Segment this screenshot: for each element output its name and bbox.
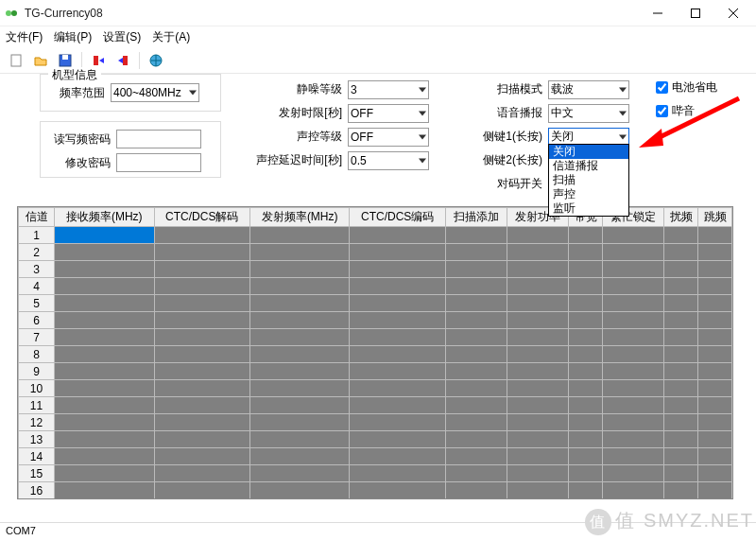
grid-cell[interactable]: [603, 295, 664, 312]
grid-cell[interactable]: [249, 295, 350, 312]
row-header[interactable]: 14: [19, 448, 55, 465]
grid-cell[interactable]: [154, 329, 249, 346]
grid-cell[interactable]: [55, 227, 155, 244]
grid-cell[interactable]: [350, 397, 445, 414]
grid-cell[interactable]: [664, 397, 698, 414]
grid-cell[interactable]: [603, 329, 664, 346]
grid-cell[interactable]: [507, 397, 569, 414]
grid-cell[interactable]: [569, 329, 603, 346]
grid-cell[interactable]: [569, 261, 603, 278]
table-row[interactable]: 7: [19, 329, 732, 346]
grid-cell[interactable]: [249, 465, 350, 482]
vox-select[interactable]: [348, 128, 429, 147]
grid-cell[interactable]: [350, 448, 445, 465]
grid-cell[interactable]: [664, 448, 698, 465]
column-header[interactable]: 扫描添加: [445, 208, 507, 227]
row-header[interactable]: 7: [19, 329, 55, 346]
table-row[interactable]: 1: [19, 227, 732, 244]
table-row[interactable]: 12: [19, 414, 732, 431]
grid-cell[interactable]: [350, 346, 445, 363]
grid-cell[interactable]: [154, 414, 249, 431]
grid-cell[interactable]: [154, 363, 249, 380]
column-header[interactable]: 信道: [19, 208, 55, 227]
grid-cell[interactable]: [664, 414, 698, 431]
grid-cell[interactable]: [249, 278, 350, 295]
table-row[interactable]: 3: [19, 261, 732, 278]
grid-cell[interactable]: [664, 431, 698, 448]
dropdown-option[interactable]: 扫描: [549, 173, 628, 187]
grid-cell[interactable]: [664, 346, 698, 363]
grid-cell[interactable]: [154, 295, 249, 312]
grid-cell[interactable]: [154, 397, 249, 414]
grid-cell[interactable]: [569, 295, 603, 312]
grid-cell[interactable]: [445, 397, 507, 414]
menu-edit[interactable]: 编辑(P): [54, 29, 92, 45]
grid-cell[interactable]: [445, 414, 507, 431]
voxdelay-select[interactable]: [348, 151, 429, 170]
channel-grid[interactable]: 信道接收频率(MHz)CTC/DCS解码发射频率(MHz)CTC/DCS编码扫描…: [17, 206, 733, 499]
table-row[interactable]: 11: [19, 397, 732, 414]
grid-cell[interactable]: [698, 482, 732, 499]
grid-cell[interactable]: [55, 329, 155, 346]
grid-cell[interactable]: [507, 329, 569, 346]
grid-cell[interactable]: [350, 261, 445, 278]
grid-cell[interactable]: [55, 397, 155, 414]
grid-cell[interactable]: [154, 346, 249, 363]
table-row[interactable]: 13: [19, 431, 732, 448]
grid-cell[interactable]: [249, 227, 350, 244]
grid-cell[interactable]: [249, 329, 350, 346]
grid-cell[interactable]: [569, 363, 603, 380]
grid-cell[interactable]: [445, 346, 507, 363]
grid-cell[interactable]: [154, 431, 249, 448]
grid-cell[interactable]: [698, 397, 732, 414]
dropdown-option[interactable]: 声控: [549, 187, 628, 201]
grid-cell[interactable]: [664, 261, 698, 278]
grid-cell[interactable]: [507, 448, 569, 465]
grid-cell[interactable]: [569, 397, 603, 414]
row-header[interactable]: 4: [19, 278, 55, 295]
grid-cell[interactable]: [249, 380, 350, 397]
grid-cell[interactable]: [507, 312, 569, 329]
grid-cell[interactable]: [154, 380, 249, 397]
menu-settings[interactable]: 设置(S): [103, 29, 141, 45]
grid-cell[interactable]: [350, 295, 445, 312]
grid-cell[interactable]: [154, 312, 249, 329]
grid-cell[interactable]: [55, 465, 155, 482]
grid-cell[interactable]: [603, 482, 664, 499]
row-header[interactable]: 6: [19, 312, 55, 329]
row-header[interactable]: 12: [19, 414, 55, 431]
grid-cell[interactable]: [350, 363, 445, 380]
grid-cell[interactable]: [55, 431, 155, 448]
grid-cell[interactable]: [55, 414, 155, 431]
grid-cell[interactable]: [249, 312, 350, 329]
grid-cell[interactable]: [569, 312, 603, 329]
table-row[interactable]: 6: [19, 312, 732, 329]
grid-cell[interactable]: [698, 448, 732, 465]
grid-cell[interactable]: [664, 329, 698, 346]
table-row[interactable]: 9: [19, 363, 732, 380]
grid-cell[interactable]: [569, 482, 603, 499]
grid-cell[interactable]: [698, 261, 732, 278]
table-row[interactable]: 5: [19, 295, 732, 312]
grid-cell[interactable]: [350, 278, 445, 295]
grid-cell[interactable]: [698, 431, 732, 448]
grid-cell[interactable]: [569, 278, 603, 295]
grid-cell[interactable]: [507, 295, 569, 312]
grid-cell[interactable]: [350, 312, 445, 329]
dropdown-option[interactable]: 监听: [549, 201, 628, 216]
grid-cell[interactable]: [569, 227, 603, 244]
grid-cell[interactable]: [603, 380, 664, 397]
grid-cell[interactable]: [154, 227, 249, 244]
grid-cell[interactable]: [55, 295, 155, 312]
grid-cell[interactable]: [664, 244, 698, 261]
side1-dropdown[interactable]: 关闭信道播报扫描声控监听: [548, 144, 629, 217]
grid-cell[interactable]: [55, 363, 155, 380]
row-header[interactable]: 11: [19, 397, 55, 414]
write-icon[interactable]: [112, 50, 133, 71]
table-row[interactable]: 10: [19, 380, 732, 397]
grid-cell[interactable]: [445, 244, 507, 261]
table-row[interactable]: 2: [19, 244, 732, 261]
column-header[interactable]: CTC/DCS编码: [350, 208, 445, 227]
grid-cell[interactable]: [664, 482, 698, 499]
grid-cell[interactable]: [154, 448, 249, 465]
